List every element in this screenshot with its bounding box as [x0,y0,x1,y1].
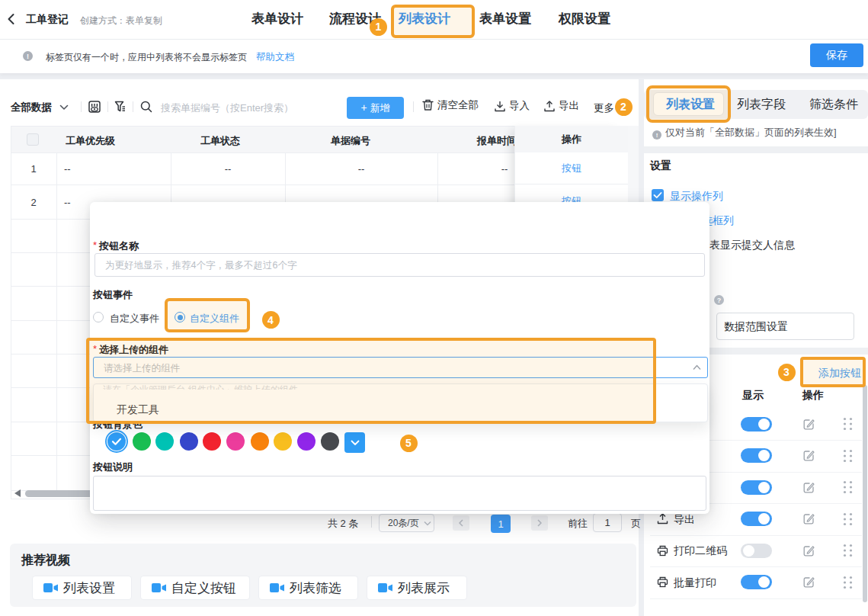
color-swatch-blue[interactable] [107,432,126,451]
action-row-2-edit-button[interactable] [803,450,815,461]
divider [81,101,82,112]
color-swatch-royal-blue[interactable] [180,432,198,451]
color-swatch-red[interactable] [203,432,221,451]
goto-page-input[interactable] [593,513,622,532]
action-row-3-edit-button[interactable] [803,482,815,493]
action-row-batch-print-toggle[interactable] [741,575,772,589]
chevron-down-icon [424,521,431,526]
search-input[interactable]: 搜索单据编号（按Enter搜索） [161,101,293,115]
dropdown-option-dev-tools[interactable]: 开发工具 [117,403,159,417]
row-action-button[interactable]: 按钮 [562,162,581,175]
op-col-header: 操作 [802,389,824,403]
edit-icon [803,450,815,461]
tab-list-design[interactable]: 列表设计 [399,10,450,27]
select-all-checkbox[interactable] [27,133,39,146]
tab-form-design[interactable]: 表单设计 [251,10,303,27]
current-page-button[interactable]: 1 [491,515,511,533]
action-row-1-edit-button[interactable] [803,419,815,430]
scroll-left-icon[interactable] [14,489,21,497]
action-row-print-qrcode-drag-handle[interactable] [843,544,853,557]
col-header-number: 单据编号 [274,134,427,148]
radio-custom-component[interactable] [175,312,185,322]
video-icon [152,582,166,593]
divider [107,101,108,112]
videos-title: 推荐视频 [21,553,70,569]
page-unit-label: 页 [631,517,641,531]
tab-form-settings[interactable]: 表单设置 [479,10,531,27]
color-swatch-purple[interactable] [297,432,315,451]
barcode-view-icon[interactable] [88,101,101,113]
dataset-dropdown[interactable]: 全部数据 [11,101,69,114]
back-icon[interactable] [5,12,18,26]
color-swatch-orange[interactable] [251,432,269,451]
component-dropdown: 请在「企业管理后台-组件中心」维护上传的组件 开发工具 [93,383,708,422]
checkbox-label-show-submitter[interactable]: 列表显示提交人信息 [699,239,795,252]
tab-list-settings[interactable]: 列表设置 [666,97,715,113]
button-desc-label: 按钮说明 [93,460,133,474]
export-icon [657,513,668,525]
prev-page-button[interactable] [453,515,469,531]
export-button[interactable]: 导出 [544,99,579,113]
divider [133,101,133,112]
help-doc-link[interactable]: 帮助文档 [256,51,294,64]
action-row-1-drag-handle[interactable] [843,417,853,431]
action-row-batch-print-drag-handle[interactable] [843,576,853,589]
video-button-list-settings[interactable]: 列表设置 [32,576,132,600]
tab-filter-conditions[interactable]: 筛选条件 [809,97,858,113]
color-swatch-black[interactable] [321,432,339,451]
button-desc-textarea[interactable] [93,476,706,511]
action-row-3-toggle[interactable] [741,480,772,495]
vertical-scrollbar[interactable] [863,385,867,602]
component-select[interactable]: 请选择上传的组件 [93,357,708,378]
drag-handle-icon [843,417,853,431]
radio-custom-event[interactable] [93,312,104,322]
checkbox-show-op-column[interactable] [652,189,664,201]
filter-icon[interactable] [114,101,127,113]
action-row-2-drag-handle[interactable] [843,449,853,463]
action-row-2-toggle[interactable] [741,448,772,463]
tab-flow-design[interactable]: 流程设计 [329,10,381,27]
action-row-print-qrcode-edit-button[interactable] [803,545,815,557]
action-row-print-qrcode-label: 打印二维码 [674,544,727,558]
page-title: 工单登记 [26,13,69,27]
color-swatch-teal[interactable] [155,432,174,451]
scope-notice: 仅对当前「全部数据」页面的列表生效] [665,126,837,140]
more-colors-button[interactable] [344,432,365,453]
add-record-button[interactable]: + 新增 [347,97,404,119]
action-row-batch-print-edit-button[interactable] [803,576,815,588]
radio-custom-event-label[interactable]: 自定义事件 [110,312,159,326]
goto-label: 前往 [568,517,588,531]
tab-permission-settings[interactable]: 权限设置 [559,10,610,27]
color-swatch-green[interactable] [133,432,151,451]
radio-custom-component-label[interactable]: 自定义组件 [190,312,239,326]
video-button-list-display[interactable]: 列表展示 [367,576,467,600]
data-scope-button[interactable]: 数据范围设置 [716,313,854,340]
add-action-button[interactable]: 添加按钮 [818,367,861,380]
save-button[interactable]: 保存 [810,43,863,67]
action-row-export-edit-button[interactable] [803,513,815,525]
export-label: 导出 [559,99,579,113]
chevron-right-icon [536,519,543,527]
color-swatch-yellow[interactable] [274,432,292,451]
color-swatch-magenta[interactable] [226,432,245,451]
action-row-print-qrcode-toggle[interactable] [741,544,772,558]
row-separator [650,535,862,536]
divider [371,516,372,528]
action-row-export-drag-handle[interactable] [843,512,853,526]
action-row-1-toggle[interactable] [741,417,772,432]
button-name-input[interactable] [94,253,705,277]
clear-all-button[interactable]: 清空全部 [422,98,479,112]
edit-icon [803,419,815,430]
video-button-custom-button[interactable]: 自定义按钮 [140,576,250,600]
video-button-list-filter[interactable]: 列表筛选 [258,576,358,600]
check-icon [652,189,664,201]
import-button[interactable]: 导入 [495,99,530,113]
more-button[interactable]: 更多 [594,101,614,115]
divider [413,101,414,112]
page-size-select[interactable]: 20条/页 [379,514,434,532]
tab-list-fields[interactable]: 列表字段 [737,97,786,113]
button-event-label: 按钮事件 [93,288,133,302]
action-row-export-toggle[interactable] [741,512,772,526]
next-page-button[interactable] [531,515,548,531]
action-row-3-drag-handle[interactable] [843,480,853,494]
